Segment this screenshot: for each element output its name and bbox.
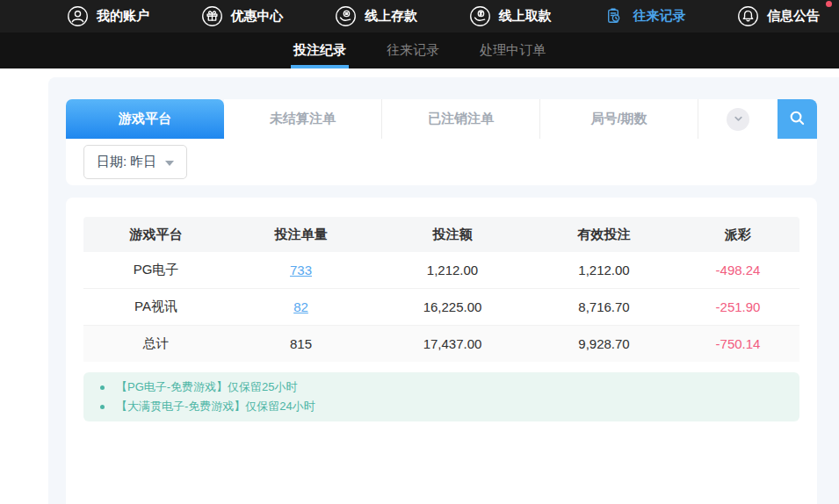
tab-dropdown-toggle[interactable]: [698, 99, 778, 139]
subnav-item-transaction-records[interactable]: 往来记录: [387, 32, 439, 68]
bullet-icon: [100, 385, 105, 390]
gift-icon: [201, 5, 223, 27]
cell-total-bet: 17,437.00: [373, 326, 532, 363]
bet-count-link[interactable]: 82: [293, 299, 308, 314]
nav-item-deposit[interactable]: 线上存款: [335, 5, 417, 27]
tab-round-number[interactable]: 局号/期数: [540, 99, 698, 139]
date-filter-label: 日期: 昨日: [97, 154, 156, 170]
top-nav: 我的账户 优惠中心 线上存款 线上取款 往来记录 信息公告: [0, 0, 839, 32]
results-table: 游戏平台 投注单量 投注额 有效投注 派彩 PG电子 733 1,212.00 …: [83, 217, 799, 362]
nav-item-transaction-records[interactable]: 往来记录: [603, 5, 685, 27]
bet-count-link[interactable]: 733: [290, 263, 312, 277]
note-text: 【大满贯电子-免费游戏】仅保留24小时: [116, 399, 315, 414]
date-filter-dropdown[interactable]: 日期: 昨日: [83, 145, 187, 179]
filter-bar: 日期: 昨日: [66, 139, 817, 185]
results-card: 游戏平台 投注单量 投注额 有效投注 派彩 PG电子 733 1,212.00 …: [66, 198, 817, 504]
sub-nav: 投注纪录 往来记录 处理中订单: [0, 32, 839, 68]
tab-unsettled-bets[interactable]: 未结算注单: [224, 99, 382, 139]
nav-label: 优惠中心: [231, 8, 284, 25]
table-total-row: 总计 815 17,437.00 9,928.70 -750.14: [83, 326, 799, 363]
nav-label: 信息公告: [767, 8, 820, 25]
nav-label: 线上取款: [499, 8, 552, 25]
cell-payout: -251.90: [676, 289, 799, 326]
cell-valid-bets: 1,212.00: [532, 252, 676, 289]
header-game-platform: 游戏平台: [83, 217, 228, 252]
nav-item-promotions[interactable]: 优惠中心: [201, 5, 284, 27]
subnav-item-bet-records[interactable]: 投注纪录: [293, 32, 346, 68]
subnav-label: 投注纪录: [293, 42, 346, 59]
subnav-label: 往来记录: [387, 42, 439, 59]
search-button[interactable]: [778, 99, 817, 139]
table-row: PA视讯 82 16,225.00 8,716.70 -251.90: [83, 289, 799, 326]
nav-item-my-account[interactable]: 我的账户: [67, 5, 149, 27]
header-bet-amount: 投注额: [373, 217, 532, 252]
content-panel: 游戏平台 未结算注单 已注销注单 局号/期数 日期: 昨日: [48, 77, 839, 504]
bullet-icon: [100, 405, 105, 409]
active-tab-underline: [291, 65, 349, 68]
table-row: PG电子 733 1,212.00 1,212.00 -498.24: [83, 252, 799, 289]
header-bet-count: 投注单量: [228, 217, 373, 252]
nav-item-withdraw[interactable]: 线上取款: [469, 5, 552, 27]
header-payout: 派彩: [676, 217, 799, 252]
note-item: 【大满贯电子-免费游戏】仅保留24小时: [83, 397, 799, 416]
cell-bet-amount: 16,225.00: [373, 289, 532, 326]
user-icon: [67, 5, 89, 27]
cell-platform: PA视讯: [83, 289, 228, 326]
nav-label: 线上存款: [365, 8, 417, 25]
cell-valid-bets: 8,716.70: [532, 289, 676, 326]
header-valid-bets: 有效投注: [532, 217, 676, 252]
cell-platform: PG电子: [83, 252, 228, 289]
nav-label: 往来记录: [633, 8, 685, 25]
note-item: 【PG电子-免费游戏】仅保留25小时: [83, 378, 799, 397]
withdraw-icon: [469, 5, 491, 27]
records-icon: [603, 5, 625, 27]
filter-tab-bar: 游戏平台 未结算注单 已注销注单 局号/期数: [66, 99, 817, 139]
cell-bet-amount: 1,212.00: [373, 252, 532, 289]
tab-cancelled-bets[interactable]: 已注销注单: [382, 99, 540, 139]
cell-total-count: 815: [228, 326, 373, 363]
cell-total-payout: -750.14: [676, 326, 799, 363]
note-text: 【PG电子-免费游戏】仅保留25小时: [116, 379, 298, 395]
cell-total-valid: 9,928.70: [532, 326, 676, 363]
cell-bet-count: 82: [228, 289, 373, 326]
cell-bet-count: 733: [228, 252, 373, 289]
table-header-row: 游戏平台 投注单量 投注额 有效投注 派彩: [83, 217, 799, 252]
chevron-down-icon: [727, 108, 749, 131]
subnav-item-processing-orders[interactable]: 处理中订单: [480, 32, 546, 68]
nav-label: 我的账户: [97, 8, 149, 25]
nav-item-announcements[interactable]: 信息公告: [737, 5, 820, 27]
cell-payout: -498.24: [676, 252, 799, 289]
notification-dot: [826, 1, 832, 7]
deposit-icon: [335, 5, 357, 27]
search-icon: [787, 108, 807, 131]
notes-box: 【PG电子-免费游戏】仅保留25小时 【大满贯电子-免费游戏】仅保留24小时: [83, 372, 799, 421]
caret-down-icon: [165, 161, 174, 166]
tab-game-platform[interactable]: 游戏平台: [66, 99, 224, 139]
cell-total-label: 总计: [83, 326, 228, 363]
bell-icon: [737, 5, 759, 27]
subnav-label: 处理中订单: [480, 42, 546, 59]
